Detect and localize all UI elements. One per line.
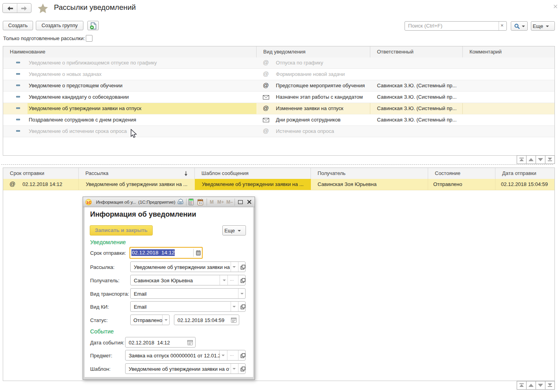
svg-text:31: 31 (199, 201, 202, 205)
svg-text:1С: 1С (87, 200, 91, 204)
